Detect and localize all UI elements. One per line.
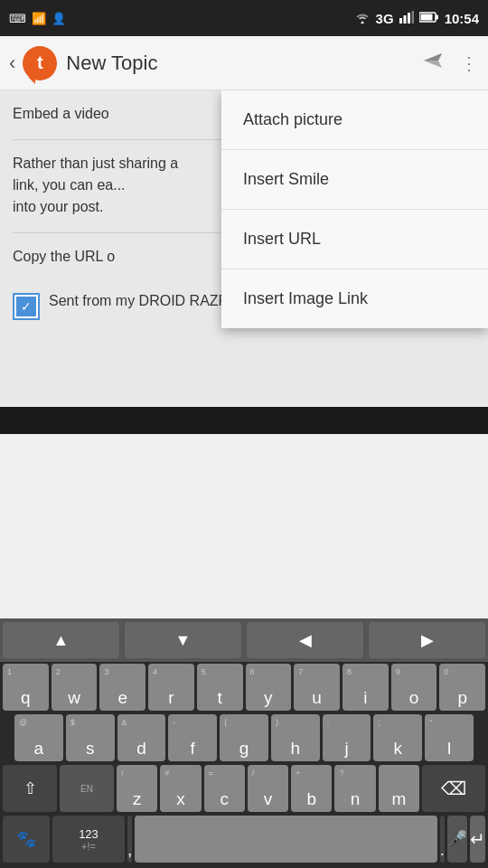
svg-marker-8 xyxy=(424,53,442,61)
dropdown-item-insert-url[interactable]: Insert URL xyxy=(221,210,488,269)
nav-row: ▲ ▼ ◀ ▶ xyxy=(0,618,488,662)
comma-key[interactable]: , xyxy=(127,816,132,863)
key-row-2: @a $s &d -f (g )h :j ;k "l xyxy=(0,712,488,763)
period-key[interactable]: . xyxy=(440,816,445,863)
enter-key[interactable]: ↵ xyxy=(470,816,485,863)
nav-right-key[interactable]: ▶ xyxy=(369,622,485,658)
key-j[interactable]: :j xyxy=(323,714,371,761)
overflow-menu-button[interactable]: ⋮ xyxy=(460,52,479,74)
svg-rect-3 xyxy=(411,11,414,24)
key-row-1: 1q 2w 3e 4r 5t 6y 7u 8i 9o 0p xyxy=(0,662,488,712)
svg-rect-5 xyxy=(420,14,432,21)
svg-rect-6 xyxy=(436,15,438,20)
dropdown-item-insert-smile[interactable]: Insert Smile xyxy=(221,150,488,210)
mic-key[interactable]: 🎤 xyxy=(447,816,467,863)
key-s[interactable]: $s xyxy=(66,714,115,761)
key-n[interactable]: ?n xyxy=(334,765,375,812)
key-row-3: ⇧ EN !z #x =c /v +b ?n m ⌫ xyxy=(0,763,488,814)
nav-up-key[interactable]: ▲ xyxy=(3,622,119,658)
status-bar-right: 3G 10:54 xyxy=(354,11,479,26)
toolbar: ‹ t New Topic ⋮ xyxy=(0,36,488,90)
dropdown-item-insert-image-link[interactable]: Insert Image Link xyxy=(221,269,488,328)
battery-icon xyxy=(419,11,439,25)
keyboard: ▲ ▼ ◀ ▶ 1q 2w 3e 4r 5t 6y 7u 8i 9o 0p @a… xyxy=(0,618,488,868)
key-d[interactable]: &d xyxy=(117,714,166,761)
nav-left-key[interactable]: ◀ xyxy=(247,622,363,658)
svg-rect-0 xyxy=(399,18,402,24)
space-key[interactable] xyxy=(135,816,436,863)
status-bar-left: ⌨ 📶 👤 xyxy=(9,12,66,25)
bottom-row: 🐾 123 +!= , . 🎤 ↵ xyxy=(0,814,488,868)
key-f[interactable]: -f xyxy=(168,714,217,761)
shift-key[interactable]: ⇧ xyxy=(3,765,57,812)
key-u[interactable]: 7u xyxy=(294,664,340,711)
keyboard-icon: ⌨ xyxy=(9,12,26,25)
svg-rect-2 xyxy=(408,13,410,24)
dropdown-item-attach-picture[interactable]: Attach picture xyxy=(221,90,488,150)
key-m[interactable]: m xyxy=(379,765,419,812)
num-key[interactable]: 123 +!= xyxy=(52,816,125,863)
en-key[interactable]: EN xyxy=(60,765,114,812)
key-g[interactable]: (g xyxy=(220,714,268,761)
signal-bars xyxy=(399,11,414,26)
keyboard-spacer xyxy=(0,407,488,434)
key-a[interactable]: @a xyxy=(14,714,63,761)
key-w[interactable]: 2w xyxy=(52,664,98,711)
key-v[interactable]: /v xyxy=(248,765,288,812)
nav-down-key[interactable]: ▼ xyxy=(125,622,241,658)
key-x[interactable]: #x xyxy=(160,765,201,812)
content-area: Embed a video Rather than just sharing a… xyxy=(0,90,488,407)
svg-rect-1 xyxy=(403,15,406,24)
key-y[interactable]: 6y xyxy=(246,664,292,711)
clock: 10:54 xyxy=(445,11,479,26)
avatar-icon: 👤 xyxy=(52,12,66,25)
page-title: New Topic xyxy=(66,52,420,75)
status-bar: ⌨ 📶 👤 3G 10:54 xyxy=(0,0,488,36)
key-q[interactable]: 1q xyxy=(3,664,49,711)
key-l[interactable]: "l xyxy=(425,714,474,761)
key-e[interactable]: 3e xyxy=(99,664,145,711)
checkbox-check-icon: ✓ xyxy=(16,297,36,316)
key-b[interactable]: +b xyxy=(291,765,332,812)
backspace-key[interactable]: ⌫ xyxy=(422,765,485,812)
back-button[interactable]: ‹ xyxy=(9,52,15,75)
key-z[interactable]: !z xyxy=(117,765,157,812)
wifi-icon xyxy=(354,11,371,26)
emoji-key[interactable]: 🐾 xyxy=(3,816,50,863)
app-logo: t xyxy=(23,46,57,80)
key-t[interactable]: 5t xyxy=(197,664,243,711)
key-k[interactable]: ;k xyxy=(373,714,422,761)
signature-checkbox[interactable]: ✓ xyxy=(13,293,40,320)
key-r[interactable]: 4r xyxy=(148,664,194,711)
signal-3g: 3G xyxy=(376,11,394,26)
key-i[interactable]: 8i xyxy=(343,664,389,711)
key-h[interactable]: )h xyxy=(271,714,320,761)
dropdown-menu: Attach picture Insert Smile Insert URL I… xyxy=(221,90,488,328)
key-c[interactable]: =c xyxy=(204,765,245,812)
sim-icon: 📶 xyxy=(32,12,46,25)
key-o[interactable]: 9o xyxy=(391,664,437,711)
send-button[interactable] xyxy=(420,50,446,77)
key-p[interactable]: 0p xyxy=(439,664,485,711)
